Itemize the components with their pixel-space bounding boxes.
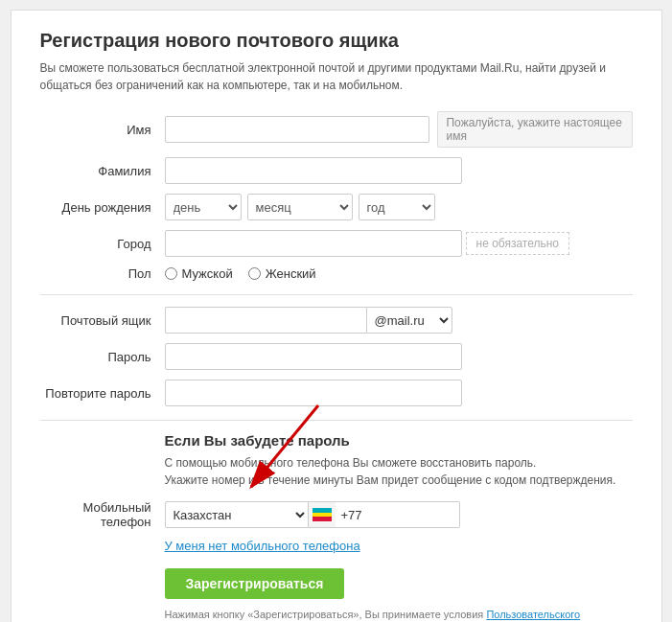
phone-label: Мобильный телефон [40, 500, 165, 529]
password-label: Пароль [40, 350, 165, 364]
phone-group: Казахстан Россия Украина [165, 501, 460, 528]
email-label: Почтовый ящик [40, 313, 165, 328]
gender-male-radio[interactable] [165, 267, 177, 280]
name-label: Имя [40, 123, 165, 137]
gender-male-label[interactable]: Мужской [165, 266, 233, 281]
email-domain-select[interactable]: @mail.ru @inbox.ru @list.ru @bk.ru [366, 307, 452, 334]
phone-input[interactable] [336, 501, 460, 528]
name-input[interactable] [165, 116, 430, 143]
gender-female-label[interactable]: Женский [248, 266, 316, 281]
month-select[interactable]: месяц [247, 194, 353, 220]
password-input[interactable] [165, 343, 462, 370]
name-hint: Пожалуйста, укажите настоящее имя [437, 111, 632, 148]
divider-1 [40, 294, 633, 295]
tos-text: Нажимая кнопку «Зарегистрироваться», Вы … [165, 609, 487, 620]
svg-rect-0 [313, 508, 332, 513]
year-select[interactable]: год [359, 194, 435, 220]
recovery-section: Если Вы забудете пароль С помощью мобиль… [40, 432, 633, 489]
svg-rect-1 [313, 513, 332, 517]
email-group: @mail.ru @inbox.ru @list.ru @bk.ru [165, 307, 452, 334]
surname-label: Фамилия [40, 164, 165, 178]
register-button[interactable]: Зарегистрироваться [165, 568, 345, 599]
city-label: Город [40, 237, 165, 251]
page-title: Регистрация нового почтового ящика [40, 30, 633, 52]
no-phone-link[interactable]: У меня нет мобильного телефона [165, 539, 633, 553]
email-input[interactable] [165, 307, 366, 334]
gender-label: Пол [40, 266, 165, 281]
gender-group: Мужской Женский [165, 266, 316, 281]
city-row: Город не обязательно [40, 230, 633, 257]
confirm-row: Повторите пароль [40, 380, 633, 406]
city-input[interactable] [165, 230, 462, 257]
phone-row: Мобильный телефон Казахстан Россия Украи… [40, 500, 633, 529]
registration-form: Регистрация нового почтового ящика Вы см… [11, 10, 662, 622]
phone-flag-icon [309, 501, 336, 528]
recovery-title: Если Вы забудете пароль [165, 432, 633, 449]
svg-rect-2 [313, 517, 332, 521]
gender-row: Пол Мужской Женский [40, 266, 633, 281]
email-row: Почтовый ящик @mail.ru @inbox.ru @list.r… [40, 307, 633, 334]
country-select[interactable]: Казахстан Россия Украина [165, 501, 309, 528]
surname-row: Фамилия [40, 157, 633, 184]
surname-input[interactable] [165, 157, 462, 184]
confirm-label: Повторите пароль [40, 386, 165, 401]
flag-icon [313, 508, 332, 521]
confirm-input[interactable] [165, 380, 462, 406]
name-row: Имя Пожалуйста, укажите настоящее имя [40, 111, 633, 148]
password-row: Пароль [40, 343, 633, 370]
page-subtitle: Вы сможете пользоваться бесплатной элект… [40, 59, 633, 94]
city-optional-hint: не обязательно [466, 232, 570, 255]
tos-row: Нажимая кнопку «Зарегистрироваться», Вы … [165, 609, 633, 622]
birthday-row: День рождения день месяц год [40, 194, 633, 220]
gender-male-text: Мужской [182, 266, 233, 281]
birthday-label: День рождения [40, 200, 165, 215]
day-select[interactable]: день [165, 194, 242, 220]
divider-2 [40, 420, 633, 421]
recovery-desc: С помощью мобильного телефона Вы сможете… [165, 454, 633, 489]
gender-female-text: Женский [266, 266, 316, 281]
birthday-group: день месяц год [165, 194, 435, 220]
gender-female-radio[interactable] [248, 267, 261, 280]
